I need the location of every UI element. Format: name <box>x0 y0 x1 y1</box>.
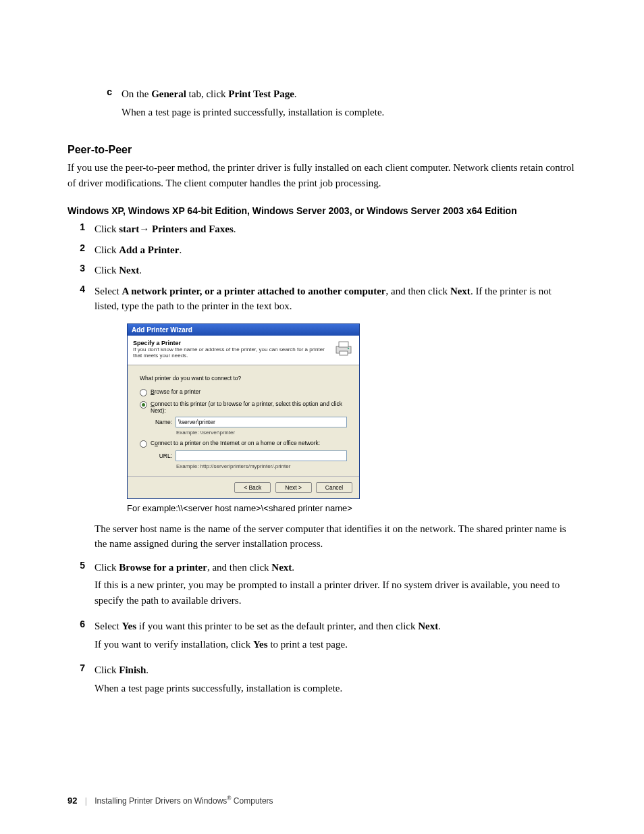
subsection-heading: Windows XP, Windows XP 64-bit Edition, W… <box>68 205 576 216</box>
section-heading-peer: Peer-to-Peer <box>68 144 576 156</box>
radio-icon <box>140 389 147 396</box>
back-button[interactable]: < Back <box>234 482 271 493</box>
url-example: Example: http://server/printers/myprinte… <box>176 463 347 469</box>
step-1-body: Click start→ Printers and Faxes. <box>95 221 576 237</box>
svg-rect-2 <box>340 351 348 355</box>
next-button[interactable]: Next > <box>275 482 312 493</box>
name-example: Example: \\server\printer <box>176 429 347 436</box>
add-printer-wizard-dialog: Add Printer Wizard Specify a Printer If … <box>127 323 360 499</box>
step-5-body: Click Browse for a printer, and then cli… <box>95 560 576 614</box>
page-number: 92 <box>68 796 77 806</box>
step-6-marker: 6 <box>68 619 95 657</box>
radio-browse-printer[interactable]: Browse for a printer <box>140 388 347 396</box>
step-5-marker: 5 <box>68 560 95 614</box>
dialog-header-subtitle: If you don't know the name or address of… <box>133 346 329 359</box>
dialog-question: What printer do you want to connect to? <box>140 375 347 382</box>
step-7-body: Click Finish. When a test page prints su… <box>95 662 576 701</box>
page-footer: 92 | Installing Printer Drivers on Windo… <box>68 795 273 806</box>
name-input[interactable] <box>176 417 347 427</box>
cancel-button[interactable]: Cancel <box>316 482 352 493</box>
step-4-body: Select A network printer, or a printer a… <box>95 284 576 314</box>
chapter-title: Installing Printer Drivers on Windows® C… <box>95 796 273 806</box>
caption-note: The server host name is the name of the … <box>95 521 576 552</box>
numbered-steps-cont: 5 Click Browse for a printer, and then c… <box>68 560 576 702</box>
radio-icon <box>140 401 147 409</box>
dialog-titlebar: Add Printer Wizard <box>128 324 359 336</box>
dialog-header-title: Specify a Printer <box>133 340 329 346</box>
svg-point-3 <box>348 347 349 348</box>
radio-icon <box>140 440 147 448</box>
step-3-body: Click Next. <box>95 263 576 278</box>
step-1-marker: 1 <box>68 221 95 237</box>
section-body: If you use the peer-to-peer method, the … <box>68 160 576 190</box>
radio-connect-internet[interactable]: Connect to a printer on the Internet or … <box>140 440 347 448</box>
step-c-text: On the General tab, click Print Test Pag… <box>122 88 297 99</box>
step-3-marker: 3 <box>68 263 95 278</box>
step-c-result: When a test page is printed successfully… <box>122 105 576 120</box>
url-label: URL: <box>151 452 172 459</box>
numbered-steps: 1 Click start→ Printers and Faxes. 2 Cli… <box>68 221 576 314</box>
printer-icon <box>333 340 354 357</box>
dialog-caption: For example:\\<server host name>\<shared… <box>127 503 576 513</box>
step-6-body: Select Yes if you want this printer to b… <box>95 619 576 657</box>
step-c-marker: c <box>95 86 122 125</box>
radio-connect-printer[interactable]: Connect to this printer (or to browse fo… <box>140 400 347 414</box>
step-2-marker: 2 <box>68 242 95 258</box>
step-4-marker: 4 <box>68 284 95 314</box>
step-2-body: Click Add a Printer. <box>95 242 576 258</box>
url-input[interactable] <box>176 450 347 461</box>
step-c-block: c On the General tab, click Print Test P… <box>95 86 576 125</box>
svg-rect-1 <box>339 342 348 347</box>
step-7-marker: 7 <box>68 662 95 701</box>
name-label: Name: <box>151 419 172 425</box>
